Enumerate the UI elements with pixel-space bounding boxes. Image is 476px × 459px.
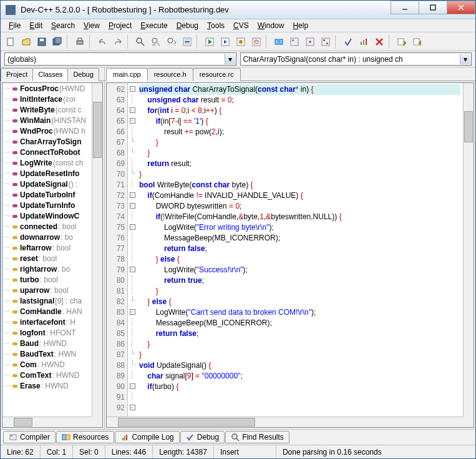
menu-edit[interactable]: Edit	[25, 20, 47, 31]
bottom-tab-compile-log[interactable]: Compile Log	[115, 431, 179, 443]
minimize-button[interactable]	[391, 1, 419, 14]
save-button[interactable]	[34, 34, 49, 49]
class-item[interactable]: ⋯rightarrow : bo	[2, 264, 92, 274]
function-icon	[11, 127, 19, 135]
vertical-scrollbar[interactable]	[92, 83, 102, 417]
svg-rect-48	[12, 172, 17, 175]
function-combo[interactable]: CharArrayToSignal(const char* in) : unsi…	[240, 52, 472, 66]
class-item[interactable]: ⋯WinMain(HINSTAN	[2, 115, 92, 126]
class-item[interactable]: ⋯CharArrayToSign	[2, 136, 92, 147]
menu-window[interactable]: Window	[253, 20, 289, 31]
new-project-button[interactable]	[271, 34, 286, 49]
editor-tab-resource-rc[interactable]: resource.rc	[193, 68, 241, 81]
svg-rect-42	[12, 109, 17, 112]
compile-button[interactable]	[202, 34, 217, 49]
menu-cvs[interactable]: CVS	[229, 20, 253, 31]
svg-rect-41	[12, 98, 17, 101]
code-editor[interactable]: 6263646566676869707172737475767778798081…	[106, 82, 474, 428]
class-item[interactable]: ⋯WndProc(HWND h	[2, 126, 92, 136]
find-next-button[interactable]	[164, 34, 179, 49]
help-button[interactable]	[410, 34, 425, 49]
function-icon	[11, 96, 19, 103]
scope-combo[interactable]: (globals)▾	[4, 52, 236, 66]
maximize-button[interactable]	[419, 1, 447, 14]
left-tab-classes[interactable]: Classes	[32, 68, 68, 81]
class-item[interactable]: ⋯UpdateSignal() :	[2, 179, 92, 189]
bottom-tab-compiler[interactable]: Compiler	[3, 431, 56, 443]
class-item[interactable]: ⋯uparrow : bool	[2, 285, 92, 295]
goto-button[interactable]	[318, 34, 333, 49]
left-tab-debug[interactable]: Debug	[67, 68, 99, 81]
status-mode: Insert	[214, 445, 276, 458]
class-item[interactable]: ⋯ComText : HWND	[2, 370, 92, 380]
horizontal-scrollbar[interactable]	[2, 417, 92, 427]
menu-file[interactable]: File	[4, 20, 25, 31]
class-item[interactable]: ⋯reset : bool	[2, 253, 92, 264]
profile-button[interactable]	[356, 34, 371, 49]
class-item[interactable]: ⋯ComHandle : HAN	[2, 306, 92, 317]
left-tab-project[interactable]: Project	[1, 68, 33, 81]
find-button[interactable]	[133, 34, 148, 49]
class-item[interactable]: ⋯lastsignal[9] : cha	[2, 295, 92, 306]
undo-button[interactable]	[95, 34, 110, 49]
close-button[interactable]	[447, 1, 475, 14]
class-item[interactable]: ⋯connected : bool	[2, 221, 92, 232]
options-button[interactable]	[394, 34, 409, 49]
class-item[interactable]: ⋯leftarrow : bool	[2, 242, 92, 253]
compile-run-button[interactable]	[233, 34, 248, 49]
insert-button[interactable]	[287, 34, 302, 49]
menu-execute[interactable]: Execute	[136, 20, 172, 31]
rebuild-button[interactable]	[249, 34, 264, 49]
redo-button[interactable]	[110, 34, 125, 49]
vertical-scrollbar[interactable]	[463, 83, 474, 417]
code-area[interactable]: unsigned char CharArrayToSignal(const ch…	[137, 83, 463, 417]
goto-line-button[interactable]	[180, 34, 195, 49]
class-item[interactable]: ⋯turbo : bool	[2, 274, 92, 285]
class-item[interactable]: ⋯Baud : HWND	[2, 338, 92, 348]
menu-view[interactable]: View	[79, 20, 104, 31]
class-item[interactable]: ⋯Com : HWND	[2, 359, 92, 370]
class-item[interactable]: ⋯ConnectToRobot	[2, 147, 92, 157]
editor-tabs: main.cppresource.hresource.rc	[105, 67, 475, 81]
open-file-button[interactable]	[19, 34, 34, 49]
class-item[interactable]: ⋯UpdateTurboInf	[2, 189, 92, 200]
svg-rect-67	[12, 374, 17, 377]
class-item[interactable]: ⋯BaudText : HWN	[2, 348, 92, 359]
editor-tab-main-cpp[interactable]: main.cpp	[106, 68, 148, 81]
bottom-tab-find-results[interactable]: Find Results	[225, 431, 289, 443]
class-item[interactable]: ⋯UpdateResetInfo	[2, 168, 92, 179]
fold-column[interactable]: −│−−│└└│└│−−│−│││−││└−│││└└│−│−	[128, 83, 137, 417]
bottom-tab-resources[interactable]: Resources	[56, 431, 114, 443]
class-item[interactable]: ⋯interfacefont : H	[2, 317, 92, 327]
class-item[interactable]: ⋯InitInterface(cor	[2, 94, 92, 104]
class-item[interactable]: ⋯UpdateTurnInfo	[2, 200, 92, 210]
bottom-tab-debug[interactable]: Debug	[180, 431, 225, 443]
new-file-button[interactable]	[3, 34, 18, 49]
menu-help[interactable]: Help	[288, 20, 313, 31]
class-item[interactable]: ⋯UpdateWindowC	[2, 210, 92, 221]
horizontal-scrollbar[interactable]	[107, 417, 463, 427]
print-button[interactable]	[72, 34, 87, 49]
menu-project[interactable]: Project	[104, 20, 136, 31]
svg-rect-62	[12, 321, 17, 324]
save-all-button[interactable]	[50, 34, 65, 49]
class-item[interactable]: ⋯WriteByte(const c	[2, 104, 92, 115]
replace-button[interactable]	[148, 34, 163, 49]
menu-search[interactable]: Search	[47, 20, 79, 31]
svg-rect-34	[363, 40, 364, 45]
menu-debug[interactable]: Debug	[172, 20, 203, 31]
class-browser[interactable]: ⋯FocusProc(HWND⋯InitInterface(cor⋯WriteB…	[2, 82, 103, 428]
toggle-button[interactable]	[303, 34, 318, 49]
delete-button[interactable]	[372, 34, 387, 49]
class-item[interactable]: ⋯Erase : HWND	[2, 380, 92, 391]
menu-tools[interactable]: Tools	[203, 20, 229, 31]
class-item[interactable]: ⋯logfont : HFONT	[2, 327, 92, 338]
debug-button[interactable]	[341, 34, 356, 49]
function-icon	[11, 202, 19, 209]
status-col: Col: 1	[41, 445, 73, 458]
class-item[interactable]: ⋯downarrow : bo	[2, 232, 92, 242]
class-item[interactable]: ⋯LogWrite(const ch	[2, 157, 92, 168]
class-item[interactable]: ⋯FocusProc(HWND	[2, 83, 92, 94]
run-button[interactable]	[218, 34, 233, 49]
editor-tab-resource-h[interactable]: resource.h	[147, 68, 193, 81]
